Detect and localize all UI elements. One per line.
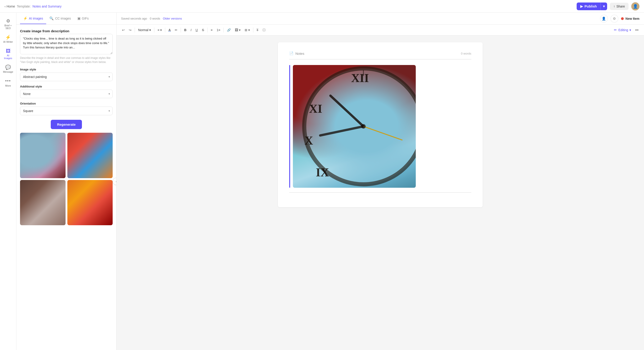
image-icon: 🖼 ▾: [235, 28, 240, 32]
saved-status: Saved seconds ago: [121, 17, 147, 20]
publish-label: Publish: [584, 4, 597, 8]
panel-tabs: ⚡ AI images 🔍 CC images ▣ GIFs: [16, 13, 116, 24]
notes-label: Notes: [296, 52, 304, 55]
publish-dropdown-arrow[interactable]: ▾: [601, 2, 607, 10]
share-button[interactable]: ↑ Share: [610, 3, 628, 10]
doc-words-count: 0 words: [461, 52, 471, 55]
back-arrow-icon: ‹: [4, 4, 6, 8]
text-color-button[interactable]: A: [166, 27, 172, 33]
format-select-button[interactable]: Normal ▾: [136, 27, 153, 33]
more-label: More: [5, 84, 11, 87]
underline-button[interactable]: U: [194, 27, 200, 33]
editor-topbar-right: 👤 ⚙ New Item: [600, 15, 640, 22]
doc-notes-header: 📄 Notes 0 words: [289, 51, 471, 60]
header-right: ▶ Publish ▾ ↑ Share 👤: [577, 2, 640, 10]
ai-images-tab-label: AI images: [29, 16, 43, 20]
bold-button[interactable]: B: [182, 27, 188, 33]
more-options-button[interactable]: •••: [633, 27, 640, 33]
new-item-group[interactable]: New Item: [621, 17, 640, 20]
italic-button[interactable]: I: [189, 27, 193, 33]
main-layout: ⚙ Brief + SEO ⚡ AI Writer 🖼 AI Images 💬 …: [0, 13, 644, 350]
orientation-select[interactable]: Square Landscape Portrait: [20, 107, 113, 115]
thumbnail-1[interactable]: [20, 133, 66, 178]
redo-icon: ↪: [129, 28, 132, 32]
additional-style-label: Additional style: [20, 85, 113, 88]
additional-style-section: Additional style None Van Gogh Monet Pic…: [20, 85, 113, 98]
panel-content: Create image from description "Clocks sl…: [16, 24, 116, 350]
align-button[interactable]: ≡ ▾: [156, 27, 164, 33]
underline-icon: U: [196, 28, 198, 32]
avatar[interactable]: 👤: [631, 2, 640, 10]
main-clock-painting[interactable]: XII XI X IX: [293, 65, 416, 188]
cc-images-tab-label: CC images: [55, 16, 71, 20]
gifs-tab-label: GIFs: [82, 16, 89, 20]
comment-button[interactable]: ☐: [261, 27, 268, 33]
brief-seo-label: Brief + SEO: [3, 24, 13, 29]
description-textarea[interactable]: "Clocks slay time... time is dead as lon…: [20, 34, 113, 54]
user-icon-button[interactable]: 👤: [600, 15, 608, 22]
template-prefix: Template:: [17, 4, 31, 8]
cc-images-tab-icon: 🔍: [50, 16, 54, 20]
sidebar-item-ai-writer[interactable]: ⚡ AI Writer: [1, 33, 15, 45]
doc-notes-label-group: 📄 Notes: [289, 51, 304, 55]
undo-button[interactable]: ↩: [120, 27, 126, 33]
ordered-list-icon: 1≡: [217, 28, 220, 32]
toolbar-divider-4: [181, 27, 181, 32]
link-button[interactable]: 🔗: [225, 27, 232, 33]
more-icon: •••: [5, 79, 11, 83]
tab-ai-images[interactable]: ⚡ AI images: [20, 13, 46, 24]
pencil-icon: ✏: [614, 28, 617, 32]
image-style-select-wrapper: Abstract painting Oil painting Watercolo…: [20, 72, 113, 81]
bullet-list-button[interactable]: ≡: [209, 27, 214, 33]
sidebar-item-ai-images[interactable]: 🖼 AI Images: [1, 46, 15, 62]
publish-button[interactable]: ▶ Publish ▾: [577, 2, 607, 10]
table-button[interactable]: ⊞ ▾: [243, 27, 252, 33]
editor-document: 📄 Notes 0 words: [278, 42, 483, 207]
editor-content: 📄 Notes 0 words: [116, 35, 644, 350]
clear-format-button[interactable]: T̶: [255, 27, 260, 33]
text-color-icon: A: [168, 28, 171, 32]
message-label: Message: [3, 70, 13, 73]
ai-images-label: AI Images: [3, 54, 13, 60]
svg-text:XI: XI: [309, 102, 322, 115]
editor-topbar: Saved seconds ago 0 words Older versions…: [116, 13, 644, 24]
message-icon: 💬: [5, 65, 11, 70]
thumbnail-2[interactable]: [67, 133, 113, 178]
ordered-list-button[interactable]: 1≡: [215, 27, 222, 33]
sidebar-item-brief-seo[interactable]: ⚙ Brief + SEO: [1, 16, 15, 32]
toolbar-divider-5: [207, 27, 208, 32]
sidebar-item-message[interactable]: 💬 Message: [1, 63, 15, 75]
ai-writer-label: AI Writer: [3, 40, 13, 43]
word-count: 0 words: [150, 17, 160, 20]
orientation-select-wrapper: Square Landscape Portrait ▾: [20, 107, 113, 115]
image-style-select[interactable]: Abstract painting Oil painting Watercolo…: [20, 72, 113, 81]
settings-icon-button[interactable]: ⚙: [610, 15, 618, 22]
description-hint: Describe the image in detail and then us…: [20, 56, 113, 64]
format-chevron-icon: ▾: [149, 28, 151, 32]
tab-gifs[interactable]: ▣ GIFs: [74, 13, 92, 24]
toolbar-divider-1: [135, 27, 135, 32]
icon-sidebar: ⚙ Brief + SEO ⚡ AI Writer 🖼 AI Images 💬 …: [0, 13, 16, 350]
ai-images-panel: ⚡ AI images 🔍 CC images ▣ GIFs Create im…: [16, 13, 116, 350]
strikethrough-button[interactable]: S: [200, 27, 206, 33]
image-button[interactable]: 🖼 ▾: [233, 27, 242, 33]
older-versions-link[interactable]: Older versions: [163, 17, 182, 20]
additional-style-select[interactable]: None Van Gogh Monet Picasso Dali: [20, 90, 113, 98]
regenerate-button[interactable]: Regenerate: [51, 120, 82, 129]
tab-cc-images[interactable]: 🔍 CC images: [46, 13, 74, 24]
share-icon: ↑: [614, 4, 615, 8]
thumbnail-4[interactable]: [67, 180, 113, 225]
redo-button[interactable]: ↪: [127, 27, 133, 33]
new-item-label: New Item: [626, 17, 640, 20]
image-thumbnails-grid: [20, 133, 113, 225]
publish-main: ▶ Publish: [577, 2, 600, 10]
editing-mode-group[interactable]: ✏ Editing ▾: [612, 27, 633, 33]
thumbnail-3[interactable]: [20, 180, 66, 225]
svg-text:IX: IX: [316, 166, 329, 179]
highlight-button[interactable]: ✏: [173, 27, 179, 33]
gifs-tab-icon: ▣: [77, 16, 80, 20]
sidebar-item-more[interactable]: ••• More: [1, 76, 15, 89]
template-name[interactable]: Notes and Summary: [32, 4, 62, 8]
doc-image-row: XII XI X IX: [289, 65, 471, 193]
back-home-link[interactable]: ‹ Home: [4, 4, 15, 8]
